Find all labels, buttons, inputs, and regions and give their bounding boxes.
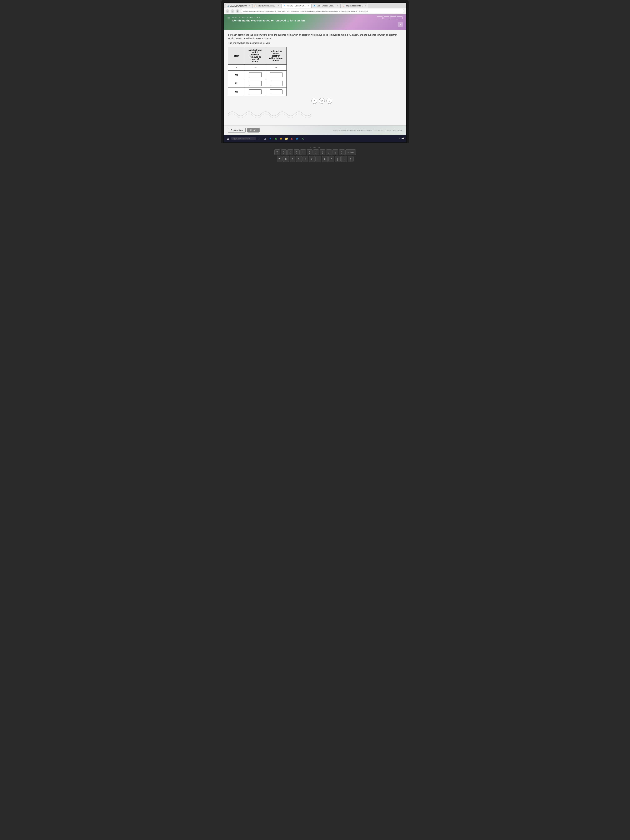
taskbar-edge[interactable]: ● (268, 136, 272, 141)
tab-icon-aces: C (343, 5, 346, 7)
speaker-left (223, 147, 407, 148)
key-w[interactable]: W (277, 156, 283, 162)
tab-close-active[interactable]: ✕ (308, 5, 309, 7)
explanation-button[interactable]: Explanation (228, 128, 246, 133)
tab-close-aces[interactable]: ✕ (365, 5, 366, 7)
tab-aleks-active[interactable]: A ALEKS - Lindsay Brooks - Le ✕ (282, 3, 311, 8)
speaker-dot (317, 147, 317, 148)
anion-hg-cell (266, 71, 287, 79)
key-minus[interactable]: _- (333, 149, 338, 155)
speaker-dot (316, 147, 316, 148)
key-u[interactable]: U (309, 156, 315, 162)
taskbar-folder[interactable]: 📁 (284, 136, 289, 141)
cation-rb-input[interactable] (249, 81, 262, 86)
taskbar-chrome[interactable]: ◉ (273, 136, 278, 141)
col-header-cation: subshell from which electron removed to … (245, 47, 266, 65)
col-header-anion: subshell to which electron added to form… (266, 47, 287, 65)
atom-h: H (228, 65, 245, 71)
key-t[interactable]: T (296, 156, 302, 162)
aleks-header-left: ☰ ELECTRONIC STRUCTURE Identifying the e… (227, 16, 305, 22)
action-row: ✕ ↺ ? (228, 96, 332, 106)
progress-indicators (377, 16, 403, 19)
table-row: H 1s 1s (228, 65, 287, 71)
expand-button[interactable]: ∨ (398, 22, 403, 27)
taskbar-w[interactable]: W (295, 136, 299, 141)
cation-he-input[interactable] (249, 89, 262, 95)
table-row: He (228, 88, 287, 96)
page-title: Identifying the electron added or remove… (232, 19, 305, 22)
anion-hg-input[interactable] (270, 72, 283, 77)
taskbar-x[interactable]: X (301, 136, 305, 141)
taskbar-search[interactable] (231, 137, 256, 140)
tab-aleks-chemistry[interactable]: 🔬 ALEKs Chemistry ✕ (225, 3, 252, 8)
tab-mail[interactable]: 📧 Mail - Brooks, Lindsay - Ou ✕ (311, 3, 341, 8)
anion-rb-input[interactable] (270, 81, 283, 86)
key-2[interactable]: @2 (275, 149, 280, 155)
cation-hg-input[interactable] (249, 72, 262, 77)
progress-box-3 (390, 16, 396, 19)
anion-he-cell (266, 88, 287, 96)
taskbar-circle[interactable]: ○ (257, 136, 262, 141)
atom-rb: Rb (228, 79, 245, 88)
electron-table: atom subshell from which electron remove… (228, 47, 287, 96)
refresh-button[interactable]: ↻ (235, 9, 239, 13)
key-9[interactable]: (9 (320, 149, 325, 155)
anion-he-input[interactable] (270, 89, 283, 95)
cation-h: 1s (245, 65, 266, 71)
tab-bar: 🔬 ALEKs Chemistry ✕ 📋 McGraw-Hill Educat… (224, 3, 406, 8)
key-5[interactable]: %5 (294, 149, 300, 155)
tab-close-mail[interactable]: ✕ (337, 5, 339, 7)
tab-close-mcgraw[interactable]: ✕ (278, 5, 279, 7)
table-area: atom subshell from which electron remove… (228, 47, 402, 106)
privacy-link[interactable]: Privacy (385, 129, 391, 131)
key-lbracket[interactable]: {[ (335, 156, 341, 162)
key-p[interactable]: P (328, 156, 334, 162)
back-button[interactable]: ‹ (226, 9, 229, 13)
undo-button[interactable]: ↺ (319, 98, 325, 104)
taskbar-file[interactable]: ★ (279, 136, 283, 141)
speaker-dot (313, 147, 314, 148)
key-i[interactable]: I (316, 156, 321, 162)
key-e[interactable]: E (283, 156, 289, 162)
speaker-dot (319, 147, 320, 148)
accessibility-link[interactable]: Accessibility (393, 129, 402, 131)
anion-h: 1s (266, 65, 287, 71)
address-bar-row: ‹ › ↻ ks.com/alekscgi/x/Isl.exe/1o_u-IgN… (224, 8, 406, 14)
key-4[interactable]: $4 (287, 149, 293, 155)
tab-close-aleks[interactable]: ✕ (248, 5, 250, 7)
address-bar[interactable]: ks.com/alekscgi/x/Isl.exe/1o_u-IgNslkr7j… (241, 9, 404, 13)
help-button[interactable]: ? (327, 98, 332, 104)
key-0[interactable]: )0 (326, 149, 332, 155)
key-3[interactable]: #3 (281, 149, 287, 155)
tab-icon-mail: 📧 (313, 5, 316, 7)
aleks-header: ☰ ELECTRONIC STRUCTURE Identifying the e… (224, 14, 406, 30)
speaker-dot (312, 147, 312, 148)
key-8[interactable]: *8 (313, 149, 319, 155)
key-6[interactable]: ^6 (300, 149, 306, 155)
main-instruction: For each atom in the table below, write … (228, 33, 402, 40)
forward-button[interactable]: › (231, 9, 234, 13)
key-backslash[interactable]: |\ (348, 156, 354, 162)
taskbar-box[interactable]: □ (263, 136, 267, 141)
cation-h-value: 1s (254, 66, 257, 69)
key-y[interactable]: Y (303, 156, 308, 162)
tab-mcgraw[interactable]: 📋 McGraw-Hill Education Cam ✕ (252, 3, 281, 8)
table-row: Hg (228, 71, 287, 79)
key-equals[interactable]: += (339, 149, 345, 155)
terms-link[interactable]: Terms of Use (374, 129, 384, 131)
key-backspace[interactable]: ← Bksp (346, 149, 356, 155)
start-icon[interactable]: ⊞ (226, 136, 230, 141)
clear-button[interactable]: ✕ (311, 98, 317, 104)
check-button[interactable]: Check (247, 128, 260, 133)
keyboard-qwerty-row: W E R T Y U I O P {[ }] |\ (223, 156, 407, 162)
key-7[interactable]: &7 (307, 149, 313, 155)
key-o[interactable]: O (322, 156, 328, 162)
content-area: For each atom in the table below, write … (224, 30, 406, 125)
key-r[interactable]: R (290, 156, 295, 162)
taskbar-s[interactable]: S (290, 136, 294, 141)
key-rbracket[interactable]: }] (341, 156, 347, 162)
tab-aces[interactable]: C https://aces.limitedbra ✕ (341, 3, 368, 8)
taskbar: ⊞ ○ □ ● ◉ ★ 📁 S W X ▲ ^ 💬 (224, 135, 406, 142)
hamburger-icon[interactable]: ☰ (227, 17, 230, 21)
footer: © 2021 McGraw-Hill Education. All Rights… (333, 129, 402, 131)
